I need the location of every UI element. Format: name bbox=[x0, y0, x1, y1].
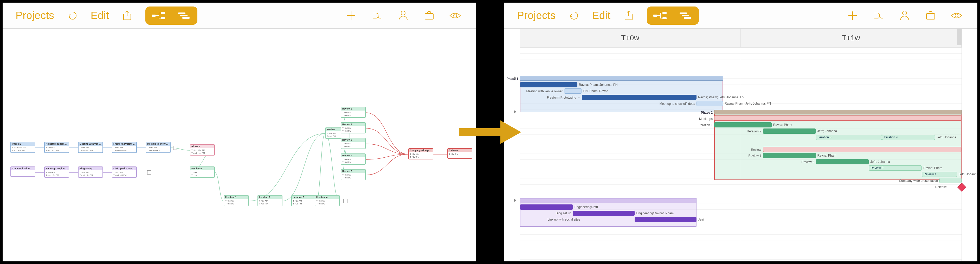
network-node[interactable]: Communication bbox=[10, 167, 35, 177]
svg-rect-13 bbox=[662, 17, 667, 19]
network-node[interactable]: Review 2T +0d AMT +0d PM bbox=[341, 122, 366, 134]
node-date: T +0d PM bbox=[342, 177, 364, 179]
edit-button[interactable]: Edit bbox=[91, 8, 109, 24]
eye-icon bbox=[950, 10, 963, 22]
view-mode-network[interactable] bbox=[647, 6, 673, 25]
network-node[interactable]: Meet up to show off ideasT start AMT end… bbox=[146, 142, 170, 153]
network-node[interactable]: ReleaseT +1w PM bbox=[447, 148, 473, 159]
gantt-bar[interactable] bbox=[564, 88, 582, 94]
network-edges bbox=[3, 29, 476, 261]
view-mode-toggle[interactable] bbox=[647, 6, 699, 25]
gantt-bar[interactable]: Review 4 bbox=[922, 172, 957, 177]
view-mode-gantt[interactable] bbox=[172, 6, 197, 25]
link-button[interactable] bbox=[369, 8, 385, 24]
gantt-bar[interactable] bbox=[939, 178, 961, 183]
svg-rect-3 bbox=[161, 17, 165, 19]
network-node[interactable]: Phase 2T start +0d AMT end +1w PM bbox=[190, 144, 215, 156]
undo-icon bbox=[568, 10, 580, 22]
network-node[interactable]: Review 3T +0d AMT +0d PM bbox=[341, 138, 366, 149]
node-date: T +0d AM bbox=[342, 127, 364, 130]
network-node[interactable]: Meeting with venue ownerT start AMT end … bbox=[78, 142, 103, 153]
view-button[interactable] bbox=[447, 8, 463, 24]
projects-button[interactable]: Projects bbox=[16, 8, 54, 24]
projects-button[interactable]: Projects bbox=[517, 8, 556, 24]
node-date: T start AM bbox=[113, 146, 135, 149]
briefcase-button[interactable] bbox=[422, 8, 437, 24]
share-button[interactable] bbox=[119, 8, 135, 24]
node-date: T start AM bbox=[113, 171, 135, 174]
toolbar-left: Projects Edit bbox=[3, 3, 476, 29]
gantt-bar[interactable] bbox=[582, 95, 697, 100]
share-button[interactable] bbox=[621, 8, 636, 24]
gantt-bar-caption: Jefri; Johanna bbox=[959, 172, 977, 176]
gantt-bar[interactable] bbox=[714, 110, 961, 115]
person-icon bbox=[898, 10, 911, 22]
view-mode-toggle[interactable] bbox=[145, 6, 197, 25]
view-mode-gantt[interactable] bbox=[673, 6, 699, 25]
group-collapse-toggle[interactable] bbox=[514, 110, 516, 113]
node-date: T +0d AM bbox=[342, 111, 364, 114]
gantt-bar[interactable] bbox=[763, 129, 816, 134]
gantt-bar[interactable] bbox=[635, 217, 697, 222]
gantt-bar-caption: Jefri; Johanna bbox=[937, 135, 956, 139]
node-date: T +0d AM bbox=[342, 173, 364, 177]
network-node[interactable]: Mock-upsT +0dT +1w bbox=[190, 167, 215, 178]
network-node[interactable]: Iteration 2T +0d AMT +0d PM bbox=[258, 195, 282, 206]
network-node[interactable]: Company-wide presentationT +1w AMT +1w P… bbox=[408, 148, 433, 159]
group-collapse-toggle[interactable] bbox=[514, 76, 516, 80]
network-node[interactable]: Phase 1T start +0d AMT end +0d PM bbox=[10, 142, 35, 153]
network-node[interactable]: Iteration 3T +0d AMT +0d PM bbox=[291, 195, 316, 206]
timeline-handle[interactable] bbox=[957, 29, 961, 45]
gantt-bar[interactable] bbox=[520, 76, 723, 81]
gantt-group[interactable] bbox=[520, 76, 723, 112]
gantt-bar[interactable] bbox=[520, 198, 697, 203]
gantt-body[interactable]: Ravna; Pham; Johanna; PNPN; Pham; RavnaR… bbox=[520, 47, 962, 261]
undo-button[interactable] bbox=[65, 8, 80, 24]
add-button[interactable] bbox=[343, 8, 359, 24]
gantt-bar[interactable] bbox=[520, 204, 573, 210]
svg-rect-8 bbox=[425, 14, 433, 19]
gantt-canvas[interactable]: T+0w T+1w Ravna; Pham; Johanna; PNPN; Ph… bbox=[504, 29, 977, 261]
gantt-bar[interactable]: Iteration 4 bbox=[882, 135, 935, 140]
node-date: T +1w bbox=[191, 174, 213, 177]
node-date: T +0d AM bbox=[259, 199, 281, 202]
gantt-bar[interactable]: Iteration 3 bbox=[816, 135, 882, 140]
network-node[interactable]: Redesign engineering blogT start AMT end… bbox=[44, 167, 69, 178]
gantt-bar[interactable] bbox=[763, 153, 816, 158]
gantt-bar[interactable] bbox=[763, 147, 961, 152]
network-node[interactable]: Iteration 1T +0d AMT +0d PM bbox=[224, 195, 249, 206]
network-node[interactable]: Iteration 4T +0d AMT +0d PM bbox=[315, 195, 340, 206]
network-node[interactable]: Link up with social sitesT start AMT end… bbox=[112, 167, 137, 178]
briefcase-button[interactable] bbox=[923, 8, 939, 24]
gantt-bar[interactable] bbox=[697, 101, 723, 106]
add-button[interactable] bbox=[845, 8, 861, 24]
network-node[interactable]: Review 1T +0d AMT +0d PM bbox=[341, 107, 366, 118]
person-button[interactable] bbox=[897, 8, 912, 24]
gantt-bar[interactable] bbox=[714, 116, 961, 121]
plus-icon bbox=[846, 10, 859, 22]
gantt-bar[interactable] bbox=[520, 82, 578, 87]
network-node[interactable]: Review 4T +0d AMT +0d PM bbox=[341, 153, 366, 165]
edit-button[interactable]: Edit bbox=[592, 8, 611, 24]
milestone-marker[interactable] bbox=[958, 183, 966, 192]
gantt-row-label: Iteration 2 bbox=[711, 130, 761, 133]
link-button[interactable] bbox=[871, 8, 886, 24]
view-mode-network[interactable] bbox=[145, 6, 172, 25]
gantt-bar[interactable] bbox=[573, 211, 635, 216]
gantt-bar[interactable]: Review 3 bbox=[869, 165, 922, 171]
undo-button[interactable] bbox=[566, 8, 582, 24]
network-node[interactable]: Freeform PrototypingT start AMT end +0d … bbox=[112, 142, 137, 153]
network-canvas[interactable]: Phase 1T start +0d AMT end +0d PMKickoff… bbox=[3, 29, 476, 261]
gantt-bar[interactable] bbox=[816, 159, 869, 164]
person-button[interactable] bbox=[395, 8, 411, 24]
network-node[interactable]: Review 5T +0d AMT +0d PM bbox=[341, 169, 366, 180]
node-date: T start AM bbox=[46, 146, 68, 149]
timeline-col-0: T+0w bbox=[520, 29, 741, 47]
gantt-bar[interactable] bbox=[714, 122, 772, 127]
group-collapse-toggle[interactable] bbox=[514, 199, 516, 202]
view-button[interactable] bbox=[949, 8, 964, 24]
network-node[interactable]: Kickoff requirementsT start AMT end +0d … bbox=[44, 142, 69, 153]
node-date: T start +0d AM bbox=[12, 146, 34, 149]
node-date: T +1w PM bbox=[449, 153, 471, 156]
network-node[interactable]: Blog set upT start AMT end +0d PM bbox=[78, 167, 103, 178]
